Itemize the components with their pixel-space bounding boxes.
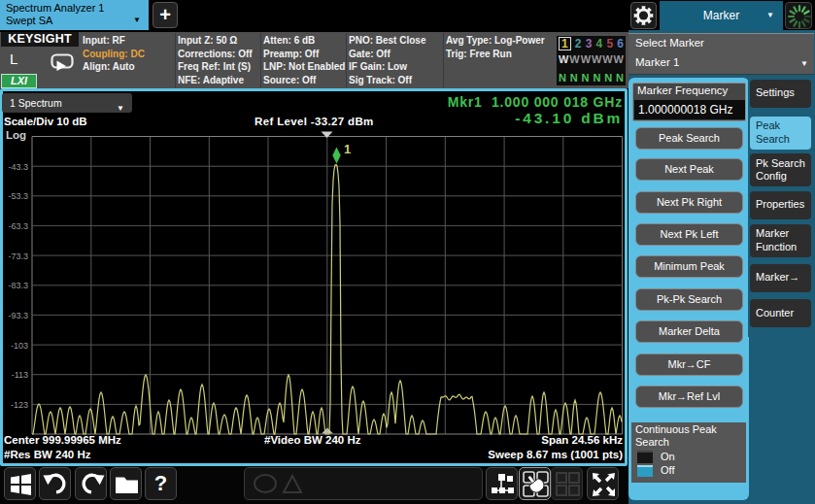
svg-text:1: 1: [344, 142, 351, 156]
